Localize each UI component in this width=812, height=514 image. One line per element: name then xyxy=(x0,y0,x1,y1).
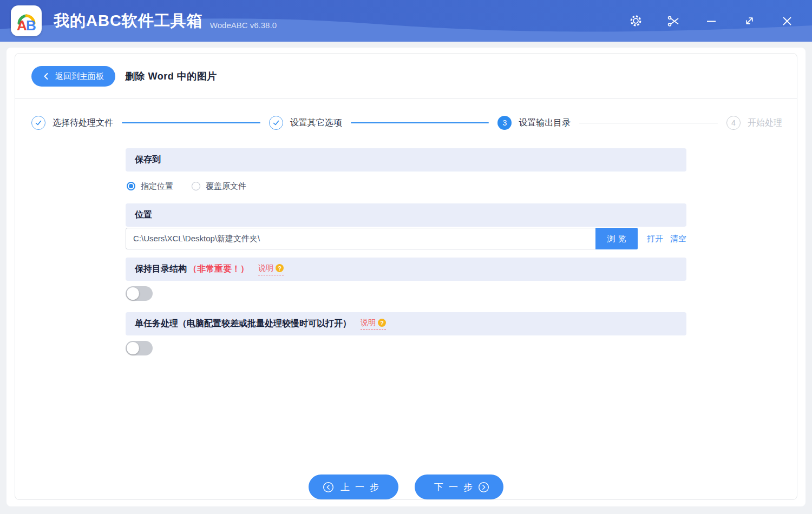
help-label: 说明 xyxy=(361,318,376,328)
radio-label: 指定位置 xyxy=(141,181,173,192)
tool-panel: 返回到主面板 删除 Word 中的图片 选择待处理文件 设置其它选项 3 xyxy=(15,53,797,500)
keep-structure-help-link[interactable]: 说明 ? xyxy=(258,263,284,275)
ab-logo-icon: A B xyxy=(15,10,38,32)
step-number-badge: 4 xyxy=(726,116,741,130)
stepper-connector xyxy=(351,122,489,123)
titlebar: A B 我的ABC软件工具箱 WodeABC v6.38.0 xyxy=(0,0,812,42)
single-task-toggle[interactable] xyxy=(126,341,153,355)
circle-arrow-right-icon xyxy=(478,482,489,493)
radio-selected-icon xyxy=(127,182,135,190)
keep-structure-toggle[interactable] xyxy=(126,286,153,301)
toggle-knob xyxy=(127,287,139,300)
settings-gear-icon[interactable] xyxy=(628,14,643,29)
stepper-connector xyxy=(579,123,718,123)
location-links: 打开 清空 xyxy=(647,234,686,244)
app-logo: A B xyxy=(11,5,42,36)
wizard-stepper: 选择待处理文件 设置其它选项 3 设置输出目录 4 开始处理 xyxy=(31,116,782,130)
clear-path-link[interactable]: 清空 xyxy=(670,234,686,244)
save-to-section-header: 保存到 xyxy=(126,148,686,172)
svg-text:B: B xyxy=(26,17,36,32)
scissors-icon[interactable] xyxy=(666,14,681,29)
location-title: 位置 xyxy=(135,209,152,221)
step-label: 开始处理 xyxy=(748,117,782,129)
step-output-directory: 3 设置输出目录 xyxy=(497,116,571,130)
step-other-options: 设置其它选项 xyxy=(269,116,342,130)
page-title: 删除 Word 中的图片 xyxy=(125,70,217,83)
output-path-input[interactable] xyxy=(126,228,595,249)
maximize-icon[interactable] xyxy=(742,14,757,29)
location-section-header: 位置 xyxy=(126,203,686,227)
step-label: 设置输出目录 xyxy=(519,117,571,129)
radio-overwrite-original[interactable]: 覆盖原文件 xyxy=(192,181,246,192)
save-to-title: 保存到 xyxy=(135,154,161,166)
window-controls xyxy=(628,14,800,29)
step-label: 选择待处理文件 xyxy=(53,117,113,129)
single-task-help-link[interactable]: 说明 ? xyxy=(361,318,386,330)
radio-specified-location[interactable]: 指定位置 xyxy=(127,181,173,192)
step-number-badge: 3 xyxy=(497,116,512,130)
minimize-icon[interactable] xyxy=(704,14,719,29)
next-step-button[interactable]: 下一步 xyxy=(415,475,503,499)
location-input-row: 浏览 打开 清空 xyxy=(126,228,686,249)
question-mark-icon: ? xyxy=(378,319,386,327)
single-task-section-header: 单任务处理（电脑配置较差或批量处理较慢时可以打开） 说明 ? xyxy=(126,312,686,335)
toggle-knob xyxy=(127,342,139,354)
help-label: 说明 xyxy=(258,263,273,273)
question-mark-icon: ? xyxy=(276,264,284,272)
previous-step-label: 上一步 xyxy=(335,481,384,493)
next-step-label: 下一步 xyxy=(429,481,478,493)
main-card: 返回到主面板 删除 Word 中的图片 选择待处理文件 设置其它选项 3 xyxy=(6,48,806,506)
step-start-processing: 4 开始处理 xyxy=(726,116,782,130)
save-to-options: 指定位置 覆盖原文件 xyxy=(127,180,686,193)
back-to-dashboard-button[interactable]: 返回到主面板 xyxy=(31,66,115,87)
keep-structure-section-header: 保持目录结构 （非常重要！） 说明 ? xyxy=(126,258,686,281)
circle-arrow-left-icon xyxy=(323,482,334,493)
browse-button[interactable]: 浏览 xyxy=(595,228,638,249)
single-task-title: 单任务处理（电脑配置较差或批量处理较慢时可以打开） xyxy=(135,318,351,330)
panel-header: 返回到主面板 删除 Word 中的图片 xyxy=(15,54,797,99)
chevron-left-icon xyxy=(43,73,49,80)
step-done-check-icon xyxy=(269,116,283,130)
close-icon[interactable] xyxy=(780,14,795,29)
open-folder-link[interactable]: 打开 xyxy=(647,234,663,244)
step-label: 设置其它选项 xyxy=(290,117,342,129)
app-version: WodeABC v6.38.0 xyxy=(210,21,277,30)
radio-label: 覆盖原文件 xyxy=(206,181,246,192)
stepper-connector xyxy=(122,122,260,123)
step-select-files: 选择待处理文件 xyxy=(31,116,113,130)
previous-step-button[interactable]: 上一步 xyxy=(309,475,398,499)
wizard-footer: 上一步 下一步 xyxy=(15,475,797,499)
app-title: 我的ABC软件工具箱 xyxy=(54,10,203,32)
step-done-check-icon xyxy=(31,116,45,130)
step-content: 保存到 指定位置 覆盖原文件 位置 浏览 打开 xyxy=(126,148,686,355)
important-note: （非常重要！） xyxy=(188,263,249,275)
back-button-label: 返回到主面板 xyxy=(55,71,104,82)
radio-unselected-icon xyxy=(192,182,200,190)
keep-structure-title: 保持目录结构 xyxy=(135,263,187,275)
